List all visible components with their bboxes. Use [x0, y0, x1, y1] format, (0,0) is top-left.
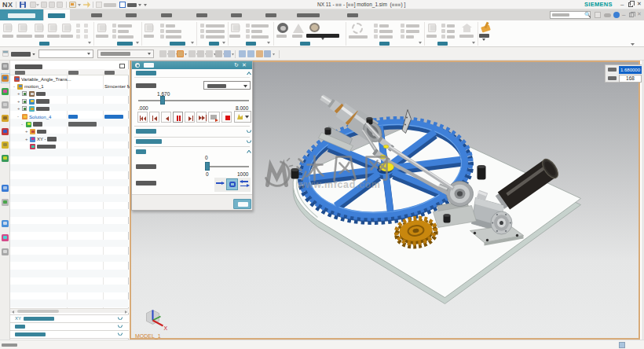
svg-text:X: X	[164, 325, 168, 331]
svg-text:www.mfcad.com: www.mfcad.com	[297, 179, 381, 190]
